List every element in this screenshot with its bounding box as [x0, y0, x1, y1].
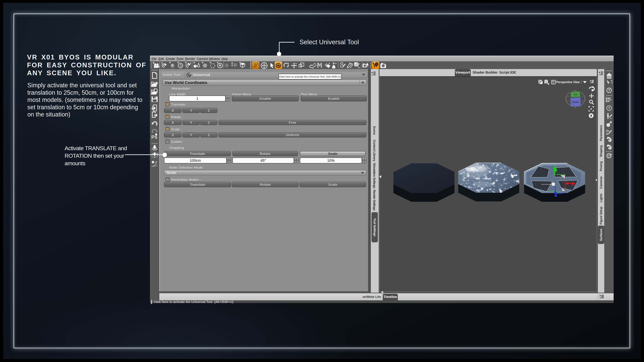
svg-text:?: ? [611, 80, 612, 84]
svg-text:?: ? [608, 88, 610, 93]
svg-text:Perspective View: Perspective View [556, 80, 580, 84]
svg-text:DS: DS [608, 76, 611, 78]
svg-text:P: P [610, 147, 612, 150]
svg-text:Top: Top [574, 93, 578, 96]
svg-text:Front: Front [572, 100, 578, 103]
